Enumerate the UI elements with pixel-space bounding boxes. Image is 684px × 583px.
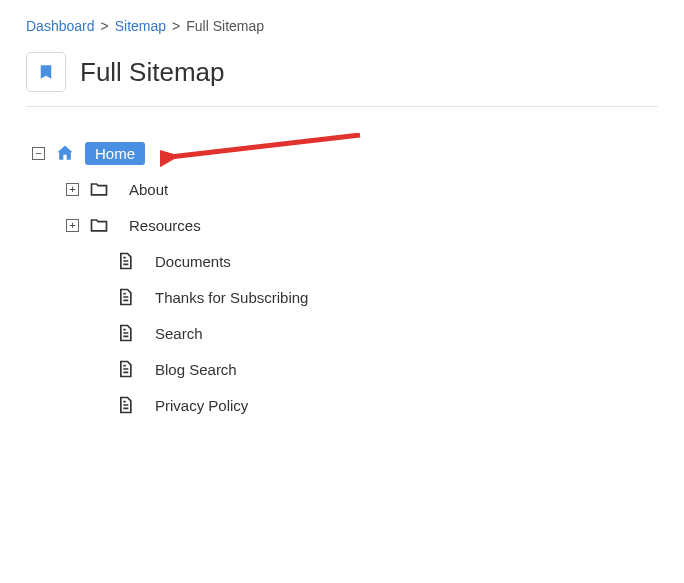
tree-node-blog-search: Blog Search bbox=[92, 351, 658, 387]
page-icon bbox=[115, 395, 135, 415]
folder-icon bbox=[89, 215, 109, 235]
collapse-icon[interactable]: − bbox=[32, 147, 45, 160]
tree-label[interactable]: Privacy Policy bbox=[145, 394, 258, 417]
expand-icon[interactable]: + bbox=[66, 219, 79, 232]
tree-label[interactable]: Documents bbox=[145, 250, 241, 273]
page-icon bbox=[115, 251, 135, 271]
breadcrumb-link-sitemap[interactable]: Sitemap bbox=[115, 18, 166, 34]
tree-node-thanks: Thanks for Subscribing bbox=[92, 279, 658, 315]
tree-node-resources: + Resources bbox=[66, 207, 658, 243]
spacer bbox=[92, 255, 105, 268]
page-title: Full Sitemap bbox=[80, 57, 225, 88]
spacer bbox=[92, 327, 105, 340]
chevron-right-icon: > bbox=[101, 18, 109, 34]
spacer bbox=[92, 363, 105, 376]
breadcrumb: Dashboard > Sitemap > Full Sitemap bbox=[26, 18, 658, 34]
tree-label[interactable]: Search bbox=[145, 322, 213, 345]
bookmark-icon bbox=[36, 62, 56, 82]
tree-node-about: + About bbox=[66, 171, 658, 207]
breadcrumb-current: Full Sitemap bbox=[186, 18, 264, 34]
tree-node-documents: Documents bbox=[92, 243, 658, 279]
sitemap-tree: − Home + About bbox=[32, 135, 658, 423]
tree-label-home[interactable]: Home bbox=[85, 142, 145, 165]
home-icon bbox=[55, 143, 75, 163]
folder-icon bbox=[89, 179, 109, 199]
page-header: Full Sitemap bbox=[26, 52, 658, 107]
expand-icon[interactable]: + bbox=[66, 183, 79, 196]
tree-node-home: − Home bbox=[32, 135, 658, 171]
tree-label[interactable]: Resources bbox=[119, 214, 211, 237]
tree-label[interactable]: Blog Search bbox=[145, 358, 247, 381]
spacer bbox=[92, 399, 105, 412]
tree-node-search: Search bbox=[92, 315, 658, 351]
page-icon bbox=[115, 359, 135, 379]
page-icon-box bbox=[26, 52, 66, 92]
tree-label[interactable]: About bbox=[119, 178, 178, 201]
chevron-right-icon: > bbox=[172, 18, 180, 34]
tree-node-privacy: Privacy Policy bbox=[92, 387, 658, 423]
page-icon bbox=[115, 323, 135, 343]
page-icon bbox=[115, 287, 135, 307]
tree-label[interactable]: Thanks for Subscribing bbox=[145, 286, 318, 309]
spacer bbox=[92, 291, 105, 304]
breadcrumb-link-dashboard[interactable]: Dashboard bbox=[26, 18, 95, 34]
